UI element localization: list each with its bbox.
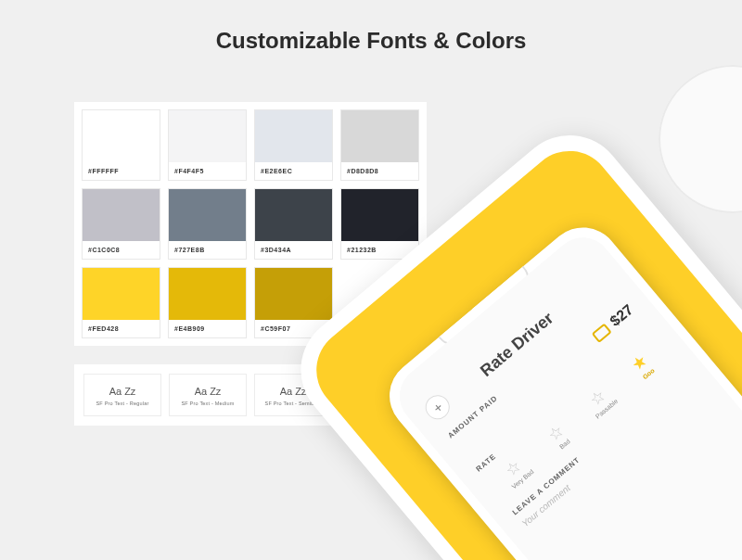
color-swatch[interactable]: #F4F4F5: [168, 109, 247, 181]
color-swatch[interactable]: #E4B909: [168, 267, 247, 338]
swatch-label: #E4B909: [169, 320, 246, 337]
swatch-color: [83, 189, 160, 241]
swatch-label: #3D434A: [255, 241, 332, 259]
color-swatch[interactable]: #E2E6EC: [254, 109, 333, 181]
font-card[interactable]: Aa ZzSF Pro Text - Regular: [83, 374, 161, 416]
font-sample: Aa Zz: [173, 386, 242, 397]
color-swatch[interactable]: #FFFFFF: [82, 109, 160, 181]
swatch-label: #FFFFFF: [83, 162, 160, 180]
font-name: SF Pro Text - Regular: [88, 401, 157, 406]
swatch-color: [169, 189, 246, 241]
color-swatch[interactable]: #21232B: [340, 188, 419, 260]
color-swatch[interactable]: #C1C0C8: [82, 188, 160, 260]
swatch-label: #FED428: [83, 320, 160, 337]
font-sample: Aa Zz: [88, 386, 157, 397]
swatch-color: [255, 189, 332, 241]
swatch-label: #C1C0C8: [83, 241, 160, 259]
swatch-label: #D8D8D8: [341, 162, 418, 180]
color-swatch[interactable]: #3D434A: [254, 188, 333, 260]
swatch-color: [255, 110, 332, 162]
font-card[interactable]: Aa ZzSF Pro Text - Medium: [169, 374, 247, 416]
swatch-color: [169, 268, 246, 320]
swatch-color: [83, 268, 160, 320]
card-icon: [592, 323, 612, 343]
swatch-label: #727E8B: [169, 241, 246, 259]
swatch-color: [83, 110, 160, 162]
swatch-color: [255, 268, 332, 320]
swatch-label: #F4F4F5: [169, 162, 246, 180]
color-swatch[interactable]: #727E8B: [168, 188, 247, 260]
swatch-color: [341, 110, 418, 162]
swatch-color: [169, 110, 246, 162]
color-swatch[interactable]: #D8D8D8: [340, 109, 419, 181]
color-swatch[interactable]: #FED428: [82, 267, 160, 338]
page-title: Customizable Fonts & Colors: [0, 0, 742, 82]
swatch-color: [341, 189, 418, 241]
font-name: SF Pro Text - Medium: [173, 401, 242, 406]
swatch-label: #E2E6EC: [255, 162, 332, 180]
